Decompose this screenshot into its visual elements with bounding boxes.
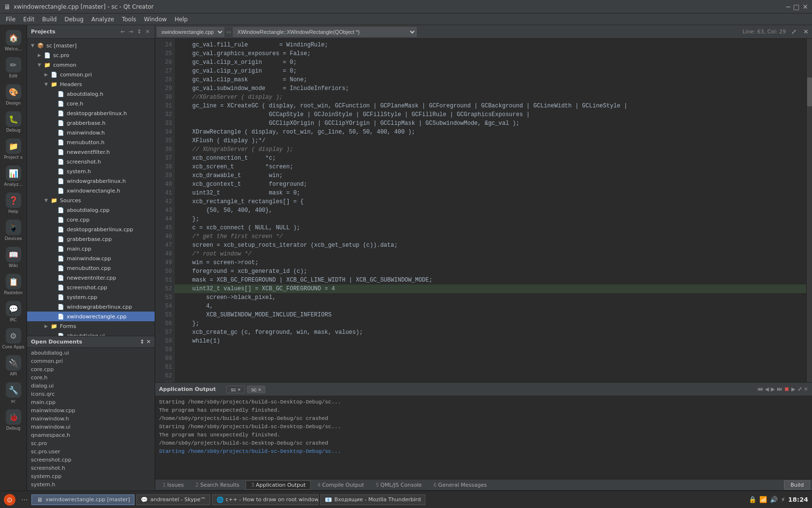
sidebar-item-debug2[interactable]: 🐞Debug <box>1 406 26 433</box>
open-docs-list[interactable]: aboutdialog.uicommon.pricore.cppcore.hdi… <box>27 348 155 491</box>
open-doc-item[interactable]: screenshot.h <box>27 464 155 472</box>
sidebar-item-help[interactable]: ❓Help <box>1 190 26 217</box>
sidebar-item-debug[interactable]: 🐛Debug <box>1 108 26 135</box>
panel-nav-fwd[interactable]: → <box>128 29 134 35</box>
close-editor-btn[interactable]: ✕ <box>802 28 810 35</box>
tree-item[interactable]: 📄neweventfilter.h <box>27 147 155 157</box>
tree-item[interactable]: 📄grabberbase.cpp <box>27 234 155 244</box>
tree-item[interactable]: 📄aboutdialog.ui <box>27 331 155 336</box>
open-docs-close[interactable]: ✕ <box>146 339 151 345</box>
menu-item-help[interactable]: Help <box>171 15 191 24</box>
tree-item[interactable]: 📄system.cpp <box>27 292 155 302</box>
file-selector[interactable]: xwindowrectangle.cpp <box>157 27 224 37</box>
tree-item[interactable]: ▶📁Forms <box>27 321 155 331</box>
open-doc-item[interactable]: mainwindow.ui <box>27 423 155 431</box>
tree-item[interactable]: ▶📄sc.pro <box>27 50 155 60</box>
menu-item-edit[interactable]: Edit <box>19 15 38 24</box>
menu-item-build[interactable]: Build <box>38 15 60 24</box>
tree-item[interactable]: 📄core.h <box>27 99 155 108</box>
output-tab-sc2[interactable]: sc × <box>247 386 265 393</box>
tree-item[interactable]: 📄grabberbase.h <box>27 118 155 128</box>
sidebar-item-design[interactable]: 🎨Design <box>1 81 26 108</box>
open-doc-item[interactable]: system.cpp <box>27 472 155 480</box>
bottom-tab-qml/js-console[interactable]: 5QML/JS Console <box>370 480 427 490</box>
output-play-btn[interactable]: ▶ <box>771 386 775 392</box>
bottom-tab-application-output[interactable]: 3Application Output <box>246 480 311 490</box>
sidebar-item-pastebin[interactable]: 📋Pastebin <box>1 271 26 298</box>
taskbar-item[interactable]: 🌐c++ - How to draw on root window wit... <box>212 494 319 505</box>
menu-item-analyze[interactable]: Analyze <box>87 15 118 24</box>
sidebar-item-projects[interactable]: 📁Project s <box>1 135 26 163</box>
sidebar-item-irc[interactable]: 💬IRC <box>1 298 26 325</box>
output-first-btn[interactable]: ⏮ <box>757 386 763 392</box>
tray-icon-3[interactable]: ⚡ <box>781 496 785 503</box>
menu-item-tools[interactable]: Tools <box>118 15 140 24</box>
taskbar-dots[interactable]: ··· <box>21 496 28 504</box>
sidebar-item-devices[interactable]: 📱Devices <box>1 217 26 244</box>
sidebar-item-api[interactable]: 🔌API <box>1 352 26 379</box>
expand-editor-btn[interactable]: ⤢ <box>790 28 798 35</box>
close-button[interactable]: ✕ <box>802 3 808 11</box>
open-doc-item[interactable]: core.cpp <box>27 365 155 374</box>
tree-item[interactable]: ▼📁Sources <box>27 195 155 205</box>
menu-item-file[interactable]: File <box>2 15 19 24</box>
output-stop-btn[interactable]: ⏹ <box>784 386 789 392</box>
tree-item[interactable]: 📄menubutton.h <box>27 137 155 147</box>
tree-item[interactable]: 📄neweventniter.cpp <box>27 273 155 283</box>
open-doc-item[interactable]: icons.qrc <box>27 390 155 398</box>
output-expand-btn[interactable]: ⤢ <box>798 386 802 392</box>
open-doc-item[interactable]: common.pri <box>27 357 155 365</box>
open-doc-item[interactable]: main.cpp <box>27 398 155 406</box>
tree-item[interactable]: 📄windowgrabberlinux.cpp <box>27 302 155 312</box>
tree-item[interactable]: 📄desktopgrabberlinux.h <box>27 108 155 118</box>
tree-item[interactable]: 📄mainwindow.cpp <box>27 254 155 263</box>
tree-item[interactable]: 📄windowgrabberlinux.h <box>27 176 155 186</box>
sidebar-item-edit[interactable]: ✏Edit <box>1 54 26 81</box>
panel-nav-back[interactable]: ← <box>119 29 126 35</box>
tree-item[interactable]: 📄main.cpp <box>27 244 155 254</box>
taskbar-item[interactable]: 📧Входящие - Mozilla Thunderbird <box>320 494 425 505</box>
tree-item[interactable]: 📄screenshot.h <box>27 157 155 166</box>
tray-icon-2[interactable]: 🔊 <box>770 496 778 503</box>
open-doc-item[interactable]: aboutdialog.ui <box>27 349 155 357</box>
tree-item[interactable]: ▼📁common <box>27 60 155 70</box>
tree-item[interactable]: ▼📁Headers <box>27 79 155 89</box>
tree-item[interactable]: ▶📄common.pri <box>27 70 155 79</box>
taskbar-item[interactable]: 🖥xwindowrectangle.cpp [master] <box>31 494 134 505</box>
tree-item[interactable]: ▼📦sc [master] <box>27 41 155 50</box>
sidebar-item-analyze[interactable]: 📊Analyz... <box>1 163 26 190</box>
tree-item[interactable]: 📄xwindowrectangle.cpp <box>27 312 155 321</box>
app-output-content[interactable]: Starting /home/sb0y/projects/build-sc-De… <box>155 396 812 479</box>
sidebar-item-core_apps[interactable]: ⚙Core Apps <box>1 325 26 352</box>
tree-item[interactable]: 📄aboutdialog.h <box>27 89 155 99</box>
minimize-button[interactable]: ─ <box>786 3 790 11</box>
tree-item[interactable]: 📄mainwindow.h <box>27 128 155 137</box>
scrollbar-thumb[interactable] <box>807 77 812 106</box>
tray-icon-0[interactable]: 🔒 <box>749 496 756 503</box>
open-doc-item[interactable]: screenshot.cpp <box>27 456 155 464</box>
open-doc-item[interactable]: mainwindow.h <box>27 415 155 423</box>
code-editor[interactable]: 2425262728293031323334353637383940414243… <box>155 39 812 382</box>
tree-item[interactable]: 📄screenshot.cpp <box>27 283 155 292</box>
menu-item-debug[interactable]: Debug <box>60 15 87 24</box>
maximize-button[interactable]: □ <box>793 3 799 11</box>
menu-item-window[interactable]: Window <box>140 15 171 24</box>
bottom-tab-general-messages[interactable]: 6General Messages <box>428 480 492 490</box>
open-doc-item[interactable]: dialog.ui <box>27 382 155 390</box>
tree-item[interactable]: 📄menubutton.cpp <box>27 263 155 273</box>
tree-item[interactable]: 📄xwindowrectangle.h <box>27 186 155 195</box>
build-button[interactable]: Build <box>784 480 810 490</box>
open-doc-item[interactable]: qnamespace.h <box>27 431 155 439</box>
open-doc-item[interactable]: system.h <box>27 480 155 489</box>
tree-item[interactable]: 📄desktopgrabberlinux.cpp <box>27 224 155 234</box>
bottom-tab-search-results[interactable]: 2Search Results <box>190 480 245 490</box>
function-selector[interactable]: XWindowRectangle::XWindowRectangle(QObje… <box>233 27 417 37</box>
tray-icon-1[interactable]: 📶 <box>759 496 767 503</box>
sidebar-item-wiki[interactable]: 📖Wiki <box>1 244 26 271</box>
ubuntu-logo[interactable]: ⊙ <box>4 494 15 506</box>
open-doc-item[interactable]: sc.pro <box>27 439 155 448</box>
sidebar-item-sc[interactable]: 🔧sc <box>1 379 26 406</box>
tree-item[interactable]: 📄system.h <box>27 166 155 176</box>
code-content[interactable]: gc_val.fill_rule = WindingRule; gc_val.g… <box>174 39 806 382</box>
output-next-btn[interactable]: ⏭ <box>777 386 782 392</box>
